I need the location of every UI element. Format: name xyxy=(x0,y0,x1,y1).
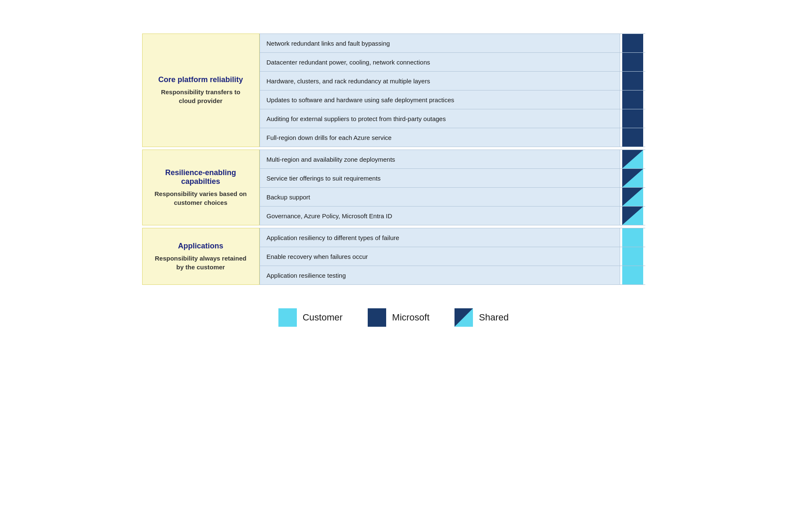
section-title-resilience-enabling: Resilience-enabling capabilties xyxy=(153,168,249,186)
indicator-microsoft xyxy=(622,34,643,52)
section-row-resilience-enabling: Resilience-enabling capabiltiesResponsib… xyxy=(142,150,645,225)
indicator-microsoft xyxy=(622,72,643,90)
indicator-microsoft xyxy=(622,90,643,109)
table-row: Full-region down drills for each Azure s… xyxy=(260,128,645,147)
item-text: Application resilience testing xyxy=(260,266,620,284)
item-text: Datacenter redundant power, cooling, net… xyxy=(260,53,620,71)
item-indicator xyxy=(620,266,645,284)
table-row: Multi-region and availability zone deplo… xyxy=(260,150,645,169)
indicator-shared xyxy=(622,169,643,187)
section-row-core-platform: Core platform reliabilityResponsibility … xyxy=(142,34,645,147)
table-row: Governance, Azure Policy, Microsoft Entr… xyxy=(260,207,645,225)
item-indicator xyxy=(620,109,645,128)
indicator-customer xyxy=(622,266,643,284)
indicator-customer xyxy=(622,228,643,247)
table-row: Datacenter redundant power, cooling, net… xyxy=(260,53,645,72)
legend-swatch-microsoft xyxy=(368,308,386,327)
section-row-applications: ApplicationsResponsibility always retain… xyxy=(142,228,645,285)
item-text: Backup support xyxy=(260,188,620,206)
item-text: Auditing for external suppliers to prote… xyxy=(260,109,620,128)
main-content: Core platform reliabilityResponsibility … xyxy=(142,34,645,287)
item-indicator xyxy=(620,188,645,206)
items-column-resilience-enabling: Multi-region and availability zone deplo… xyxy=(260,150,645,225)
indicator-shared xyxy=(622,150,643,168)
item-indicator xyxy=(620,169,645,187)
section-subtitle-applications: Responsibility always retained by the cu… xyxy=(153,254,249,271)
section-label-resilience-enabling: Resilience-enabling capabiltiesResponsib… xyxy=(142,150,260,225)
item-indicator xyxy=(620,53,645,71)
items-column-core-platform: Network redundant links and fault bypass… xyxy=(260,34,645,147)
table-row: Application resiliency to different type… xyxy=(260,228,645,247)
table-row: Service tier offerings to suit requireme… xyxy=(260,169,645,188)
legend-item-microsoft: Microsoft xyxy=(368,308,429,327)
item-indicator xyxy=(620,207,645,225)
table-row: Enable recovery when failures occur xyxy=(260,247,645,266)
table-row: Hardware, clusters, and rack redundancy … xyxy=(260,72,645,90)
section-title-core-platform: Core platform reliability xyxy=(158,75,243,84)
item-text: Application resiliency to different type… xyxy=(260,228,620,247)
item-indicator xyxy=(620,72,645,90)
item-indicator xyxy=(620,150,645,168)
table-row: Network redundant links and fault bypass… xyxy=(260,34,645,53)
indicator-microsoft xyxy=(622,128,643,147)
item-text: Network redundant links and fault bypass… xyxy=(260,34,620,52)
indicator-microsoft xyxy=(622,53,643,71)
indicator-microsoft xyxy=(622,109,643,128)
items-column-applications: Application resiliency to different type… xyxy=(260,228,645,285)
section-subtitle-resilience-enabling: Responsibility varies based on customer … xyxy=(153,189,249,207)
item-indicator xyxy=(620,128,645,147)
item-text: Governance, Azure Policy, Microsoft Entr… xyxy=(260,207,620,225)
indicator-shared xyxy=(622,188,643,206)
legend-item-customer: Customer xyxy=(278,308,343,327)
legend-label-shared: Shared xyxy=(479,312,509,323)
legend-label-microsoft: Microsoft xyxy=(392,312,429,323)
section-subtitle-core-platform: Responsibility transfers to cloud provid… xyxy=(153,88,249,105)
item-indicator xyxy=(620,247,645,266)
item-indicator xyxy=(620,228,645,247)
item-text: Full-region down drills for each Azure s… xyxy=(260,128,620,147)
section-label-applications: ApplicationsResponsibility always retain… xyxy=(142,228,260,285)
section-title-applications: Applications xyxy=(178,242,223,251)
indicator-customer xyxy=(622,247,643,266)
legend-swatch-shared xyxy=(455,308,473,327)
item-indicator xyxy=(620,90,645,109)
item-text: Service tier offerings to suit requireme… xyxy=(260,169,620,187)
table-row: Auditing for external suppliers to prote… xyxy=(260,109,645,128)
table-row: Application resilience testing xyxy=(260,266,645,285)
item-text: Hardware, clusters, and rack redundancy … xyxy=(260,72,620,90)
legend: CustomerMicrosoftShared xyxy=(278,308,509,327)
indicator-shared xyxy=(622,207,643,225)
item-text: Enable recovery when failures occur xyxy=(260,247,620,266)
table-row: Backup support xyxy=(260,188,645,207)
section-label-core-platform: Core platform reliabilityResponsibility … xyxy=(142,34,260,147)
legend-item-shared: Shared xyxy=(455,308,509,327)
legend-swatch-customer xyxy=(278,308,297,327)
legend-label-customer: Customer xyxy=(303,312,343,323)
table-row: Updates to software and hardware using s… xyxy=(260,90,645,109)
item-text: Updates to software and hardware using s… xyxy=(260,90,620,109)
item-indicator xyxy=(620,34,645,52)
item-text: Multi-region and availability zone deplo… xyxy=(260,150,620,168)
